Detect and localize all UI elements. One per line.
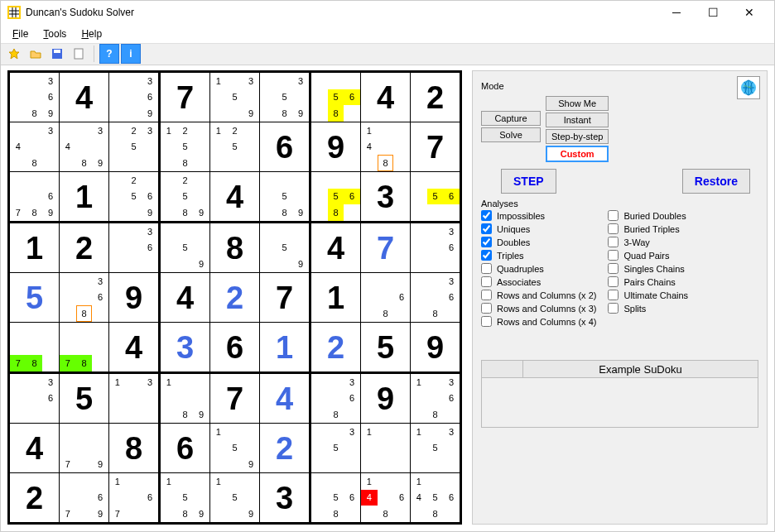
cell-r3c5[interactable]: 59 xyxy=(260,223,309,272)
maximize-button[interactable]: ☐ xyxy=(695,1,731,24)
cell-r0c6[interactable]: 568 xyxy=(311,73,360,122)
cell-r7c0[interactable]: 4 xyxy=(10,424,59,472)
cell-r8c6[interactable]: 568 xyxy=(311,473,360,522)
menu-file[interactable]: File xyxy=(6,26,35,41)
analysis-ultimate-chains[interactable]: Ultimate Chains xyxy=(608,290,688,300)
cell-r8c7[interactable]: 1468 xyxy=(361,473,410,522)
minimize-button[interactable]: ─ xyxy=(658,1,695,24)
cell-r5c7[interactable]: 5 xyxy=(361,323,410,371)
cell-r6c4[interactable]: 7 xyxy=(210,374,259,423)
cell-r2c1[interactable]: 1 xyxy=(60,172,108,221)
cell-r0c0[interactable]: 3689 xyxy=(10,73,59,122)
restore-button[interactable]: Restore xyxy=(682,169,750,194)
cell-r4c8[interactable]: 368 xyxy=(411,273,460,322)
cell-r8c2[interactable]: 167 xyxy=(109,473,158,522)
cell-r0c8[interactable]: 2 xyxy=(411,73,460,122)
cell-r3c6[interactable]: 4 xyxy=(311,223,360,272)
cell-r2c8[interactable]: 56 xyxy=(411,172,460,221)
cell-r0c5[interactable]: 3589 xyxy=(260,73,309,122)
cell-r6c8[interactable]: 1368 xyxy=(411,374,460,423)
cell-r0c4[interactable]: 1359 xyxy=(210,73,259,122)
cell-r8c8[interactable]: 14568 xyxy=(411,473,460,522)
menu-tools[interactable]: Tools xyxy=(36,26,73,41)
analysis-triples[interactable]: Triples xyxy=(481,250,596,261)
cell-r3c3[interactable]: 59 xyxy=(161,223,209,272)
page-icon[interactable] xyxy=(69,44,89,64)
cell-r2c0[interactable]: 6789 xyxy=(10,172,59,221)
analysis-quad-pairs[interactable]: Quad Pairs xyxy=(608,250,688,261)
cell-r4c0[interactable]: 5 xyxy=(10,273,59,322)
cell-r4c4[interactable]: 2 xyxy=(210,273,259,322)
custom-button[interactable]: Custom xyxy=(546,146,609,162)
cell-r1c5[interactable]: 6 xyxy=(260,122,309,171)
cell-r2c3[interactable]: 2589 xyxy=(161,172,209,221)
info-icon[interactable]: i xyxy=(121,44,141,64)
cell-r7c6[interactable]: 35 xyxy=(311,424,360,472)
cell-r4c3[interactable]: 4 xyxy=(161,273,209,322)
cell-r6c2[interactable]: 13 xyxy=(109,374,158,423)
analysis-rows-and-columns-x-3-[interactable]: Rows and Columns (x 3) xyxy=(481,303,596,314)
cell-r1c0[interactable]: 348 xyxy=(10,122,59,171)
analysis-uniques[interactable]: Uniques xyxy=(481,223,596,234)
cell-r5c1[interactable]: 78 xyxy=(60,323,108,371)
analysis-rows-and-columns-x-4-[interactable]: Rows and Columns (x 4) xyxy=(481,316,596,327)
sudoku-grid[interactable]: 3689436934834892356789125697135935891258… xyxy=(7,70,462,525)
analysis-doubles[interactable]: Doubles xyxy=(481,237,596,247)
star-icon[interactable] xyxy=(4,44,24,64)
menu-help[interactable]: Help xyxy=(75,26,108,41)
analysis-3-way[interactable]: 3-Way xyxy=(608,237,688,247)
cell-r4c5[interactable]: 7 xyxy=(260,273,309,322)
cell-r1c6[interactable]: 9 xyxy=(311,122,360,171)
cell-r3c0[interactable]: 1 xyxy=(10,223,59,272)
showme-button[interactable]: Show Me xyxy=(546,96,609,111)
cell-r1c8[interactable]: 7 xyxy=(411,122,460,171)
cell-r2c7[interactable]: 3 xyxy=(361,172,410,221)
cell-r1c2[interactable]: 235 xyxy=(109,122,158,171)
save-icon[interactable] xyxy=(47,44,67,64)
analysis-rows-and-columns-x-2-[interactable]: Rows and Columns (x 2) xyxy=(481,290,596,300)
cell-r0c2[interactable]: 369 xyxy=(109,73,158,122)
analysis-buried-triples[interactable]: Buried Triples xyxy=(608,223,688,234)
cell-r8c5[interactable]: 3 xyxy=(260,473,309,522)
analysis-associates[interactable]: Associates xyxy=(481,276,596,287)
cell-r5c4[interactable]: 6 xyxy=(210,323,259,371)
stepbystep-button[interactable]: Step-by-step xyxy=(546,129,609,144)
cell-r7c2[interactable]: 8 xyxy=(109,424,158,472)
cell-r7c1[interactable]: 79 xyxy=(60,424,108,472)
cell-r7c8[interactable]: 135 xyxy=(411,424,460,472)
cell-r6c5[interactable]: 4 xyxy=(260,374,309,423)
capture-button[interactable]: Capture xyxy=(481,111,541,126)
cell-r8c4[interactable]: 159 xyxy=(210,473,259,522)
cell-r2c4[interactable]: 4 xyxy=(210,172,259,221)
globe-icon[interactable] xyxy=(737,76,760,99)
cell-r1c4[interactable]: 125 xyxy=(210,122,259,171)
analysis-impossibles[interactable]: Impossibles xyxy=(481,210,596,221)
cell-r0c1[interactable]: 4 xyxy=(60,73,108,122)
cell-r4c1[interactable]: 368 xyxy=(60,273,108,322)
instant-button[interactable]: Instant xyxy=(546,113,609,127)
cell-r6c3[interactable]: 189 xyxy=(161,374,209,423)
cell-r2c2[interactable]: 2569 xyxy=(109,172,158,221)
cell-r5c0[interactable]: 78 xyxy=(10,323,59,371)
cell-r7c3[interactable]: 6 xyxy=(161,424,209,472)
cell-r8c3[interactable]: 1589 xyxy=(161,473,209,522)
analysis-splits[interactable]: Splits xyxy=(608,303,688,314)
cell-r8c1[interactable]: 679 xyxy=(60,473,108,522)
cell-r4c2[interactable]: 9 xyxy=(109,273,158,322)
cell-r6c0[interactable]: 36 xyxy=(10,374,59,423)
analysis-singles-chains[interactable]: Singles Chains xyxy=(608,263,688,274)
cell-r1c7[interactable]: 148 xyxy=(361,122,410,171)
solve-button[interactable]: Solve xyxy=(481,127,541,142)
cell-r6c6[interactable]: 368 xyxy=(311,374,360,423)
cell-r5c3[interactable]: 3 xyxy=(161,323,209,371)
cell-r5c8[interactable]: 9 xyxy=(411,323,460,371)
open-icon[interactable] xyxy=(26,44,46,64)
cell-r3c1[interactable]: 2 xyxy=(60,223,108,272)
analysis-pairs-chains[interactable]: Pairs Chains xyxy=(608,276,688,287)
analysis-quadruples[interactable]: Quadruples xyxy=(481,263,596,274)
cell-r3c8[interactable]: 36 xyxy=(411,223,460,272)
cell-r0c3[interactable]: 7 xyxy=(161,73,209,122)
cell-r7c5[interactable]: 2 xyxy=(260,424,309,472)
cell-r7c7[interactable]: 1 xyxy=(361,424,410,472)
cell-r2c5[interactable]: 589 xyxy=(260,172,309,221)
